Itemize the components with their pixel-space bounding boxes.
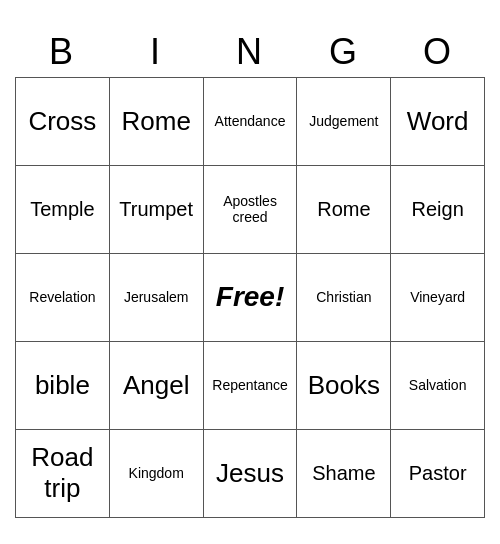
cell-0-4: Word bbox=[391, 77, 485, 165]
cell-2-2: Free! bbox=[203, 253, 297, 341]
cell-2-3: Christian bbox=[297, 253, 391, 341]
bingo-grid: CrossRomeAttendanceJudgementWordTempleTr… bbox=[15, 77, 485, 518]
cell-4-1: Kingdom bbox=[109, 429, 203, 517]
cell-3-0: bible bbox=[16, 341, 110, 429]
cell-0-2: Attendance bbox=[203, 77, 297, 165]
cell-1-1: Trumpet bbox=[109, 165, 203, 253]
cell-4-3: Shame bbox=[297, 429, 391, 517]
cell-4-0: Roadtrip bbox=[16, 429, 110, 517]
cell-4-2: Jesus bbox=[203, 429, 297, 517]
header-o: O bbox=[391, 27, 485, 77]
cell-4-4: Pastor bbox=[391, 429, 485, 517]
cell-3-2: Repentance bbox=[203, 341, 297, 429]
cell-3-1: Angel bbox=[109, 341, 203, 429]
cell-2-0: Revelation bbox=[16, 253, 110, 341]
cell-1-4: Reign bbox=[391, 165, 485, 253]
cell-1-3: Rome bbox=[297, 165, 391, 253]
bingo-header: B I N G O bbox=[15, 27, 485, 77]
cell-3-3: Books bbox=[297, 341, 391, 429]
cell-1-2: Apostlescreed bbox=[203, 165, 297, 253]
cell-0-3: Judgement bbox=[297, 77, 391, 165]
cell-0-1: Rome bbox=[109, 77, 203, 165]
cell-2-4: Vineyard bbox=[391, 253, 485, 341]
header-n: N bbox=[203, 27, 297, 77]
header-i: I bbox=[109, 27, 203, 77]
cell-1-0: Temple bbox=[16, 165, 110, 253]
cell-2-1: Jerusalem bbox=[109, 253, 203, 341]
cell-0-0: Cross bbox=[16, 77, 110, 165]
header-g: G bbox=[297, 27, 391, 77]
cell-3-4: Salvation bbox=[391, 341, 485, 429]
header-b: B bbox=[15, 27, 109, 77]
bingo-card: B I N G O CrossRomeAttendanceJudgementWo… bbox=[15, 27, 485, 518]
